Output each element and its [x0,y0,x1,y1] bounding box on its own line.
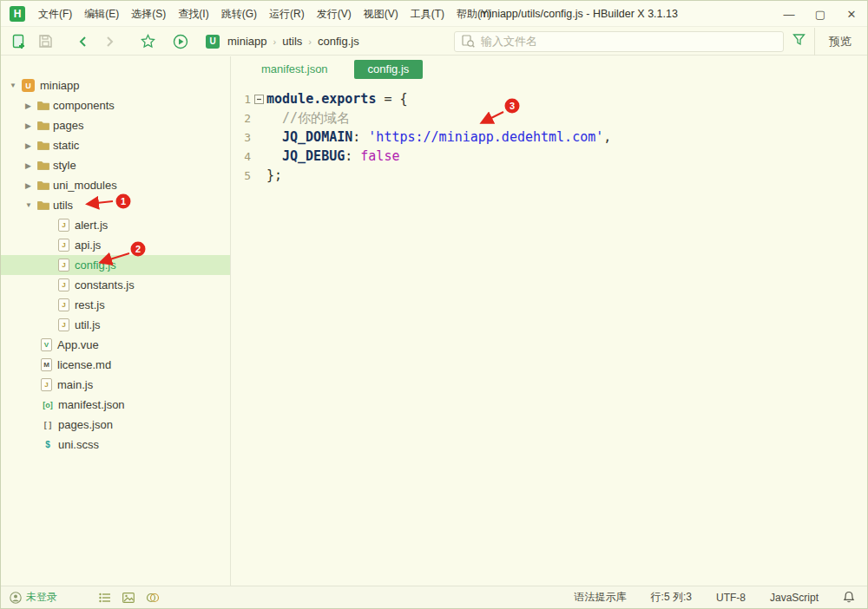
tree-item-mainjs[interactable]: J main.js [1,375,230,395]
manifest-file-icon: [o] [41,401,55,409]
code-area[interactable]: 1 module.exports = { 2 //你的域名 3 JQ_DOMAI… [232,89,867,185]
syntax-library-button[interactable]: 语法提示库 [575,590,627,605]
line-number: 5 [232,169,251,182]
tree-item-utils[interactable]: ▼ utils [1,195,230,215]
chevron-right-icon[interactable]: ▶ [25,181,37,190]
js-file-icon: J [58,219,69,232]
chevron-right-icon[interactable]: ▶ [25,121,37,130]
title-bar: H 文件(F) 编辑(E) 选择(S) 查找(I) 跳转(G) 运行(R) 发行… [1,1,867,27]
menu-publish[interactable]: 发行(V) [311,1,358,27]
tree-item-style[interactable]: ▶ style [1,155,230,175]
code-text: JQ_DEBUG: false [266,148,399,164]
editor-tab-bar: manifest.json config.js [232,56,867,82]
save-button[interactable] [32,30,58,53]
menu-view[interactable]: 视图(V) [358,1,404,27]
maximize-button[interactable]: ▢ [805,1,836,27]
preview-button[interactable]: 预览 [814,28,867,56]
tree-item-label: pages [53,119,83,132]
outline-list-icon[interactable] [99,593,111,603]
language-selector[interactable]: JavaScript [770,592,819,604]
tree-item-label: style [53,159,76,172]
menu-select[interactable]: 选择(S) [125,1,172,27]
tree-item-label: utils [53,199,73,212]
code-line: 5 }; [232,166,867,185]
folder-icon [37,121,53,131]
bell-icon[interactable] [843,591,855,604]
funnel-icon [792,33,806,46]
encoding-selector[interactable]: UTF-8 [716,592,746,604]
tree-item-manifestjson[interactable]: [o] manifest.json [1,395,230,415]
run-button[interactable] [168,30,194,53]
fold-marker-icon[interactable] [251,95,266,104]
tree-item-static[interactable]: ▶ static [1,135,230,155]
chevron-right-icon[interactable]: ▶ [25,102,37,110]
window-controls: — ▢ ✕ [773,1,867,27]
chevron-right-icon[interactable]: ▶ [25,141,37,150]
code-text: JQ_DOMAIN: 'https://miniapp.dedehtml.com… [266,129,611,145]
tree-item-constantsjs[interactable]: J constants.js [1,275,230,295]
menu-edit[interactable]: 编辑(E) [78,1,125,27]
chevron-down-icon[interactable]: ▼ [10,82,22,89]
tree-item-label: util.js [75,318,101,331]
js-file-icon: J [58,298,69,311]
breadcrumb-separator: › [269,36,281,47]
save-icon [38,34,53,49]
navigate-back-button[interactable] [70,30,96,53]
tree-item-utiljs[interactable]: J util.js [1,315,230,335]
breadcrumb-item-configjs[interactable]: config.js [316,35,361,48]
folder-icon [37,160,53,171]
star-icon [141,34,155,49]
breadcrumb-item-miniapp[interactable]: miniapp [226,35,269,48]
js-file-icon: J [58,278,69,291]
new-file-button[interactable] [6,30,32,53]
menu-find[interactable]: 查找(I) [172,1,214,27]
chevron-down-icon[interactable]: ▼ [25,201,37,209]
chevron-right-icon[interactable]: ▶ [25,161,37,170]
menu-help[interactable]: 帮助(Y) [450,1,497,27]
menu-file[interactable]: 文件(F) [32,1,78,27]
chevron-right-icon [103,36,115,48]
tree-item-pages[interactable]: ▶ pages [1,115,230,135]
bookmark-button[interactable] [135,30,161,53]
filter-button[interactable] [792,33,806,49]
minimize-button[interactable]: — [773,1,805,27]
tree-item-uniscss[interactable]: $ uni.scss [1,435,230,455]
tree-item-label: components [53,99,115,112]
login-status[interactable]: 未登录 [10,590,57,605]
folder-icon [37,180,53,191]
breadcrumb-item-utils[interactable]: utils [280,35,304,48]
project-icon: U [206,35,220,49]
tree-item-uni-modules[interactable]: ▶ uni_modules [1,175,230,195]
close-button[interactable]: ✕ [836,1,867,27]
tab-configjs[interactable]: config.js [354,60,424,79]
overlapping-circles-icon[interactable] [146,593,160,603]
project-explorer: ▼ U miniapp ▶ components ▶ pages ▶ stati… [1,56,231,586]
user-icon [10,592,22,604]
tree-item-licensemd[interactable]: M license.md [1,355,230,375]
hbuilderx-window: H 文件(F) 编辑(E) 选择(S) 查找(I) 跳转(G) 运行(R) 发行… [0,0,868,609]
code-text: module.exports = { [266,91,408,107]
tree-item-apijs[interactable]: J api.js [1,235,230,255]
status-bar: 未登录 语法提示库 行:5 列:3 UTF-8 JavaScript [1,586,867,608]
tree-item-restjs[interactable]: J rest.js [1,295,230,315]
tab-manifestjson[interactable]: manifest.json [247,60,342,79]
tree-item-components[interactable]: ▶ components [1,95,230,115]
folder-icon [37,101,53,111]
menu-tools[interactable]: 工具(T) [404,1,450,27]
menu-goto[interactable]: 跳转(G) [215,1,263,27]
tree-item-alertjs[interactable]: J alert.js [1,215,230,235]
login-label: 未登录 [26,590,57,605]
tree-item-configjs[interactable]: J config.js [1,255,230,275]
folder-icon [37,141,53,151]
tree-item-appvue[interactable]: V App.vue [1,335,230,355]
tree-item-label: miniapp [40,79,80,92]
statusbar-right: 语法提示库 行:5 列:3 UTF-8 JavaScript [575,590,855,605]
search-input[interactable] [481,35,776,48]
menu-run[interactable]: 运行(R) [263,1,311,27]
tree-item-pagesjson[interactable]: [ ] pages.json [1,415,230,435]
tree-item-miniapp[interactable]: ▼ U miniapp [1,75,230,95]
image-icon[interactable] [122,593,135,603]
cursor-position[interactable]: 行:5 列:3 [651,590,692,605]
tree-item-label: pages.json [58,418,113,431]
navigate-forward-button[interactable] [96,30,122,53]
